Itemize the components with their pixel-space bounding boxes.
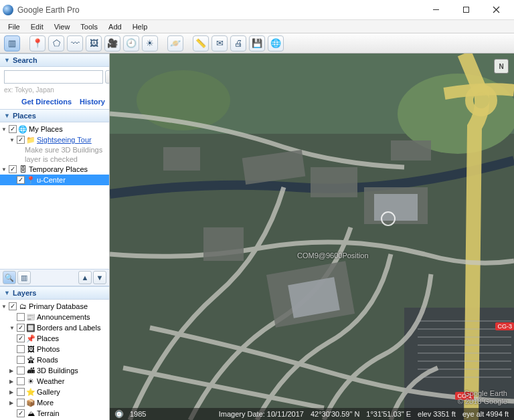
view-in-maps-button[interactable]: 🌐: [268, 35, 284, 51]
tree-row[interactable]: ▶📦More: [0, 397, 109, 408]
item-label: Borders and Labels: [37, 324, 100, 332]
checkbox[interactable]: [9, 165, 17, 173]
search-places-button[interactable]: 🔍: [3, 271, 16, 284]
save-image-button[interactable]: 💾: [249, 35, 265, 51]
expanded-icon[interactable]: ▼: [1, 126, 7, 132]
expanded-icon[interactable]: ▼: [9, 137, 15, 143]
collapsed-icon[interactable]: ▶: [9, 368, 15, 374]
toggle-sidebar-button[interactable]: ▥: [4, 35, 20, 51]
move-up-button[interactable]: ▲: [78, 271, 92, 284]
email-button[interactable]: ✉: [211, 35, 228, 51]
menu-add[interactable]: Add: [104, 21, 126, 32]
item-label: u-Center: [37, 176, 66, 184]
imagery-copyright: Google Earth © 2018 Google: [458, 389, 507, 405]
item-icon: ⭐: [26, 387, 35, 397]
history-link[interactable]: History: [80, 98, 105, 106]
status-longitude: 1°31'51.03" E: [366, 410, 411, 418]
tree-row[interactable]: ▶⭐Gallery: [0, 387, 109, 397]
item-icon: 🖼: [26, 344, 35, 354]
item-label: Gallery: [37, 388, 60, 396]
menu-edit[interactable]: Edit: [27, 21, 48, 32]
checkbox[interactable]: [17, 136, 25, 144]
add-image-overlay-button[interactable]: 🖼: [86, 35, 102, 51]
places-tree: ▼🌐My Places▼📁Sightseeing TourMake sure 3…: [0, 122, 109, 187]
checkbox[interactable]: [17, 334, 25, 342]
toolbar: ▥ 📍 ⬠ 〰 🖼 🎥 🕘 ☀ 🪐 📏 ✉ 🖨 💾 🌐: [0, 33, 514, 54]
layers-panel-header[interactable]: ▼ Layers: [0, 286, 109, 300]
minimize-button[interactable]: [421, 1, 451, 19]
search-input[interactable]: [4, 70, 103, 84]
checkbox[interactable]: [17, 377, 25, 385]
item-label: My Places: [29, 125, 63, 133]
tree-row[interactable]: ▼🔲Borders and Labels: [0, 322, 109, 333]
record-tour-button[interactable]: 🎥: [104, 35, 120, 51]
checkbox[interactable]: [17, 176, 25, 184]
places-panel-header[interactable]: ▼ Places: [0, 109, 109, 122]
checkbox[interactable]: [17, 324, 25, 332]
checkbox[interactable]: [9, 125, 17, 133]
checkbox[interactable]: [9, 302, 17, 310]
placemark-label[interactable]: COM9@9600Position: [297, 251, 369, 259]
tree-row[interactable]: 🛣Roads: [0, 354, 109, 365]
tree-row[interactable]: ▼🌐My Places: [0, 124, 109, 134]
collapsed-icon[interactable]: ▶: [9, 389, 15, 395]
tree-row[interactable]: 📰Announcements: [0, 312, 109, 322]
search-panel-title: Search: [13, 56, 37, 64]
expanded-icon[interactable]: ▼: [1, 167, 7, 173]
places-toolbar: 🔍 ▥ ▲ ▼: [0, 269, 109, 286]
search-panel-header[interactable]: ▼ Search: [0, 54, 109, 67]
add-polygon-button[interactable]: ⬠: [48, 35, 64, 51]
svg-rect-14: [203, 227, 244, 261]
checkbox[interactable]: [17, 409, 25, 417]
map-viewport[interactable]: N COM9@9600Position CG-3 CG-1 Google Ear…: [110, 54, 514, 420]
tree-row[interactable]: ⛰Terrain: [0, 408, 109, 419]
checkbox[interactable]: [17, 388, 25, 396]
get-directions-link[interactable]: Get Directions: [21, 98, 72, 106]
checkbox[interactable]: [17, 399, 25, 407]
history-slider-icon[interactable]: 🕘: [115, 410, 123, 418]
tree-row[interactable]: ▶🏙3D Buildings: [0, 365, 109, 376]
print-button[interactable]: 🖨: [230, 35, 246, 51]
historical-imagery-button[interactable]: 🕘: [123, 35, 139, 51]
maximize-button[interactable]: [451, 1, 481, 19]
collapsed-icon[interactable]: ▶: [9, 379, 15, 385]
expanded-icon[interactable]: ▼: [9, 325, 15, 331]
tree-row[interactable]: ▼🗄Temporary Places: [0, 164, 109, 175]
places-panel-title: Places: [13, 112, 36, 120]
add-path-button[interactable]: 〰: [67, 35, 83, 51]
menu-file[interactable]: File: [4, 21, 24, 32]
tree-row[interactable]: 📌Places: [0, 333, 109, 344]
collapse-icon: ▼: [4, 57, 10, 64]
status-eye-alt: eye alt 4994 ft: [462, 410, 509, 418]
item-icon: 🗄: [18, 165, 27, 174]
checkbox[interactable]: [17, 345, 25, 353]
tree-row[interactable]: ▶☀Weather: [0, 376, 109, 387]
close-button[interactable]: [481, 1, 511, 19]
tree-row[interactable]: 📍u-Center: [0, 175, 109, 185]
checkbox[interactable]: [17, 356, 25, 364]
collapsed-icon[interactable]: ▶: [9, 400, 15, 406]
item-label: 3D Buildings: [37, 366, 78, 375]
tree-row[interactable]: 🖼Photos: [0, 344, 109, 354]
road-label-cg3: CG-3: [495, 322, 514, 330]
item-label: layer is checked: [25, 155, 78, 163]
item-icon: 🔲: [26, 323, 35, 332]
places-view-button[interactable]: ▥: [17, 271, 31, 284]
tree-row[interactable]: ▼🗂Primary Database: [0, 301, 109, 312]
tree-row[interactable]: layer is checked: [0, 154, 109, 164]
compass-icon[interactable]: N: [494, 59, 509, 74]
tree-row[interactable]: ▼📁Sightseeing Tour: [0, 134, 109, 145]
menu-tools[interactable]: Tools: [76, 21, 102, 32]
menu-help[interactable]: Help: [128, 21, 152, 32]
expanded-icon[interactable]: ▼: [1, 304, 7, 310]
checkbox[interactable]: [17, 313, 25, 321]
sunlight-button[interactable]: ☀: [142, 35, 158, 51]
checkbox[interactable]: [17, 366, 25, 375]
planet-button[interactable]: 🪐: [167, 35, 183, 51]
move-down-button[interactable]: ▼: [93, 271, 106, 284]
ruler-button[interactable]: 📏: [193, 35, 209, 51]
menu-view[interactable]: View: [50, 21, 74, 32]
search-button[interactable]: Search: [105, 70, 110, 84]
add-placemark-button[interactable]: 📍: [29, 35, 46, 51]
tree-row[interactable]: Make sure 3D Buildings: [0, 145, 109, 154]
